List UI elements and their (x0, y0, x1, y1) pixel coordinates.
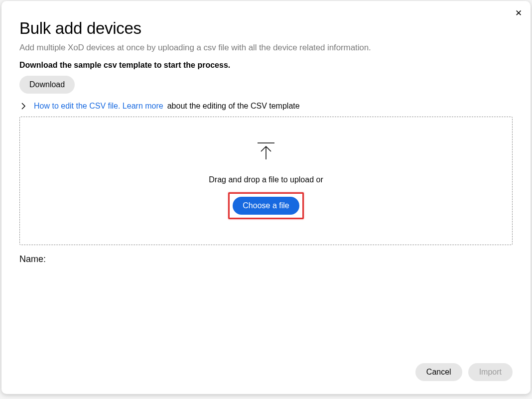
choose-file-button[interactable]: Choose a file (233, 197, 299, 215)
learn-more-row: How to edit the CSV file. Learn more abo… (19, 102, 513, 111)
learn-more-suffix: about the editing of the CSV template (167, 102, 300, 111)
cancel-button[interactable]: Cancel (415, 363, 462, 381)
import-button[interactable]: Import (468, 363, 513, 381)
close-button[interactable]: ✕ (514, 8, 524, 18)
upload-icon (258, 142, 274, 162)
dropzone-text: Drag and drop a file to upload or (209, 175, 323, 184)
choose-file-highlight: Choose a file (228, 192, 303, 219)
modal-title: Bulk add devices (19, 19, 513, 38)
modal-footer: Cancel Import (1, 363, 531, 394)
modal-content: Bulk add devices Add multiple XoD device… (1, 1, 531, 363)
modal-description: Add multiple XoD devices at once by uplo… (19, 43, 513, 53)
download-instruction: Download the sample csv template to star… (19, 61, 513, 70)
chevron-right-icon[interactable] (21, 103, 26, 110)
bulk-add-devices-modal: ✕ Bulk add devices Add multiple XoD devi… (1, 1, 531, 394)
close-icon: ✕ (515, 9, 522, 17)
learn-more-link[interactable]: How to edit the CSV file. Learn more (34, 102, 163, 111)
name-label: Name: (19, 254, 513, 265)
file-dropzone[interactable]: Drag and drop a file to upload or Choose… (19, 117, 513, 245)
download-button[interactable]: Download (19, 76, 75, 94)
